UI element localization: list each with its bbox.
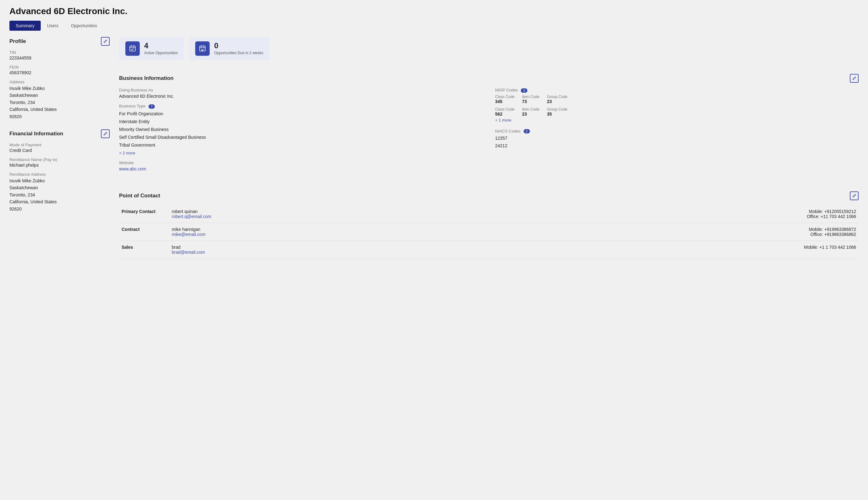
profile-title: Profile xyxy=(9,38,26,45)
active-opportunities-card: 4 Active Opportunities xyxy=(119,37,184,60)
business-types-more-link[interactable]: + 2 more xyxy=(119,151,135,155)
contract-contact-info: mike hannigan mike@email.com xyxy=(169,223,472,241)
tab-bar: Summary Users Opportunities xyxy=(9,21,859,31)
due-opps-label: Opportunities Due in 2 weeks xyxy=(214,51,263,55)
active-opps-info: 4 Active Opportunities xyxy=(144,42,178,55)
profile-section: Profile TIN 223344559 FEIN 456378902 xyxy=(9,37,110,120)
due-opps-icon xyxy=(195,41,210,56)
tab-opportunities[interactable]: Opportunities xyxy=(65,21,103,31)
tab-users[interactable]: Users xyxy=(41,21,65,31)
page-title: Advanced 6D Electronic Inc. xyxy=(9,6,859,16)
active-opps-number: 4 xyxy=(144,42,178,49)
sales-phone: Mobile: +1 1 703 442 1066 xyxy=(472,241,859,259)
business-info-title: Business Information xyxy=(119,75,173,81)
due-opps-number: 0 xyxy=(214,42,263,49)
remittance-address-field: Remittance Address Inuvik Mike Zubko Sas… xyxy=(9,172,110,213)
right-column: 4 Active Opportunities xyxy=(119,37,859,273)
business-left: Doing Business As Advanced 6D Electronic… xyxy=(119,88,483,171)
contact-row-sales: Sales brad brad@email.com Mobile: +1 1 7… xyxy=(119,241,859,259)
primary-contact-email[interactable]: robert.q@email.com xyxy=(172,214,469,219)
business-types-list: For Profit Organization Interstate Entit… xyxy=(119,110,483,149)
profile-address: Inuvik Mike Zubko Saskatchewan Torontto,… xyxy=(9,85,110,120)
business-type: Business Type 7 For Profit Organization … xyxy=(119,104,483,155)
point-of-contact-section: Point of Contact Primary Contact r xyxy=(119,185,859,265)
sales-role: Sales xyxy=(119,241,169,259)
svg-rect-0 xyxy=(130,46,135,51)
payment-mode-field: Mode of Payment Credit Card xyxy=(9,143,110,153)
sales-email[interactable]: brad@email.com xyxy=(172,250,469,255)
nigp-more-link[interactable]: + 1 more xyxy=(495,118,511,123)
financial-edit-button[interactable] xyxy=(101,129,110,138)
due-opportunities-card: 0 Opportunities Due in 2 weeks xyxy=(189,37,270,60)
address-field: Address Inuvik Mike Zubko Saskatchewan T… xyxy=(9,80,110,120)
contract-role: Contract xyxy=(119,223,169,241)
poc-edit-button[interactable] xyxy=(850,191,859,200)
website-link[interactable]: www.abc.com xyxy=(119,166,146,171)
nigp-row-1: Class Code 345 Item Code 73 Group Code xyxy=(495,95,859,104)
primary-contact-phone: Mobile: +912055159212 Office: +11 703 44… xyxy=(472,205,859,223)
primary-contact-info: robert quinan robert.q@email.com xyxy=(169,205,472,223)
financial-section: Financial Information Mode of Payment Cr… xyxy=(9,129,110,213)
financial-title: Financial Information xyxy=(9,130,63,137)
remittance-name-field: Remittance Name (Pay to) Michael phelps xyxy=(9,157,110,168)
financial-address: Inuvik Mike Zubko Saskatchewan Torontto,… xyxy=(9,177,110,213)
nigp-codes-section: NIGP Codes 3 Class Code 345 xyxy=(495,88,859,123)
left-column: Profile TIN 223344559 FEIN 456378902 xyxy=(9,37,110,273)
nigp-row-2: Class Code 562 Item Code 23 Group Code xyxy=(495,107,859,116)
contract-phone: Mobile: +919963386872 Office: +919863386… xyxy=(472,223,859,241)
poc-title: Point of Contact xyxy=(119,193,160,199)
active-opps-label: Active Opportunities xyxy=(144,51,178,55)
stats-row: 4 Active Opportunities xyxy=(119,37,859,60)
sales-contact-info: brad brad@email.com xyxy=(169,241,472,259)
profile-edit-button[interactable] xyxy=(101,37,110,46)
naics-codes-section: NAICS Codes 2 12357 24212 xyxy=(495,129,859,150)
active-opps-icon xyxy=(125,41,140,56)
doing-business-as: Doing Business As Advanced 6D Electronic… xyxy=(119,88,483,99)
business-info-edit-button[interactable] xyxy=(850,74,859,83)
business-info-section: Business Information Doing Business As A xyxy=(119,68,859,178)
contact-table: Primary Contact robert quinan robert.q@e… xyxy=(119,205,859,259)
business-right: NIGP Codes 3 Class Code 345 xyxy=(495,88,859,171)
tin-field: TIN 223344559 xyxy=(9,50,110,60)
contact-row-primary: Primary Contact robert quinan robert.q@e… xyxy=(119,205,859,223)
contract-email[interactable]: mike@email.com xyxy=(172,232,469,237)
tab-summary[interactable]: Summary xyxy=(9,21,41,31)
due-opps-info: 0 Opportunities Due in 2 weeks xyxy=(214,42,263,55)
website-field: Website www.abc.com xyxy=(119,160,483,171)
contact-row-contract: Contract mike hannigan mike@email.com Mo… xyxy=(119,223,859,241)
fein-field: FEIN 456378902 xyxy=(9,65,110,75)
primary-contact-role: Primary Contact xyxy=(119,205,169,223)
